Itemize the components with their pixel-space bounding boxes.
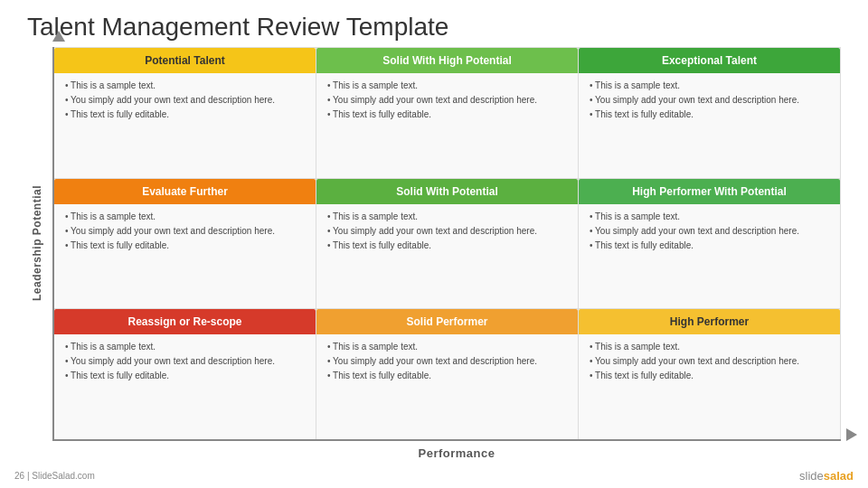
main-content: Leadership Potential Potential Talent Th… bbox=[0, 47, 868, 463]
list-item: This is a sample text. bbox=[327, 79, 571, 92]
list-item: This text is fully editable. bbox=[327, 239, 571, 252]
list-item: You simply add your own text and descrip… bbox=[327, 224, 571, 238]
y-axis-container: Leadership Potential bbox=[27, 47, 47, 439]
cell-solid-performer: Solid Performer This is a sample text. Y… bbox=[316, 308, 579, 439]
x-axis-label: Performance bbox=[419, 446, 495, 460]
list-item: This text is fully editable. bbox=[590, 369, 833, 382]
cell-header-solid-high-potential: Solid With High Potential bbox=[316, 48, 578, 73]
list-item: This text is fully editable. bbox=[65, 108, 308, 121]
list-item: You simply add your own text and descrip… bbox=[590, 224, 833, 238]
cell-header-high-performer: High Performer bbox=[579, 309, 840, 334]
list-item: This is a sample text. bbox=[65, 340, 308, 353]
grid-and-axis: Potential Talent This is a sample text. … bbox=[52, 47, 841, 463]
footer: 26 | SlideSalad.com slidesalad bbox=[0, 469, 868, 483]
list-item: You simply add your own text and descrip… bbox=[327, 354, 571, 368]
cell-header-solid-performer: Solid Performer bbox=[316, 309, 578, 334]
cell-header-exceptional-talent: Exceptional Talent bbox=[579, 48, 840, 73]
footer-brand-accent: salad bbox=[824, 469, 854, 483]
cell-body-solid-performer: This is a sample text. You simply add yo… bbox=[316, 334, 578, 439]
page-title: Talent Management Review Template bbox=[0, 0, 868, 47]
cell-body-evaluate-further: This is a sample text. You simply add yo… bbox=[54, 204, 316, 309]
cell-header-potential-talent: Potential Talent bbox=[54, 48, 316, 73]
footer-page-number: 26 | SlideSalad.com bbox=[14, 471, 95, 481]
y-axis-arrow bbox=[52, 31, 65, 42]
list-item: This is a sample text. bbox=[327, 340, 571, 353]
list-item: This is a sample text. bbox=[590, 210, 833, 223]
cell-body-high-performer: This is a sample text. You simply add yo… bbox=[579, 334, 840, 439]
cell-solid-with-potential: Solid With Potential This is a sample te… bbox=[316, 178, 579, 309]
cell-high-performer: High Performer This is a sample text. Yo… bbox=[579, 308, 841, 439]
list-item: You simply add your own text and descrip… bbox=[65, 354, 308, 368]
list-item: This is a sample text. bbox=[327, 210, 571, 223]
list-item: This is a sample text. bbox=[65, 79, 308, 92]
list-item: This is a sample text. bbox=[590, 340, 833, 353]
cell-evaluate-further: Evaluate Further This is a sample text. … bbox=[54, 178, 316, 309]
list-item: This is a sample text. bbox=[65, 210, 308, 223]
cell-reassign-rescope: Reassign or Re-scope This is a sample te… bbox=[54, 308, 316, 439]
list-item: You simply add your own text and descrip… bbox=[327, 93, 571, 107]
list-item: You simply add your own text and descrip… bbox=[590, 93, 833, 107]
list-item: This text is fully editable. bbox=[590, 239, 833, 252]
cell-body-high-performer-potential: This is a sample text. You simply add yo… bbox=[579, 204, 840, 309]
x-axis-arrow bbox=[846, 428, 857, 441]
cell-high-performer-with-potential: High Performer With Potential This is a … bbox=[579, 178, 841, 309]
footer-brand: slidesalad bbox=[799, 469, 854, 483]
cell-body-solid-potential: This is a sample text. You simply add yo… bbox=[316, 204, 578, 309]
list-item: You simply add your own text and descrip… bbox=[65, 224, 308, 238]
list-item: You simply add your own text and descrip… bbox=[590, 354, 833, 368]
cell-header-evaluate-further: Evaluate Further bbox=[54, 179, 316, 204]
list-item: This is a sample text. bbox=[590, 79, 833, 92]
x-axis-container: Performance bbox=[52, 441, 841, 463]
list-item: This text is fully editable. bbox=[65, 369, 308, 382]
y-axis-label: Leadership Potential bbox=[31, 185, 43, 301]
cell-header-high-performer-potential: High Performer With Potential bbox=[579, 179, 840, 204]
cell-header-solid-potential: Solid With Potential bbox=[316, 179, 578, 204]
cell-header-reassign: Reassign or Re-scope bbox=[54, 309, 316, 334]
cell-potential-talent: Potential Talent This is a sample text. … bbox=[54, 47, 316, 178]
grid-container: Potential Talent This is a sample text. … bbox=[52, 47, 841, 441]
cell-body-potential-talent: This is a sample text. You simply add yo… bbox=[54, 73, 316, 178]
cell-exceptional-talent: Exceptional Talent This is a sample text… bbox=[579, 47, 841, 178]
list-item: This text is fully editable. bbox=[65, 239, 308, 252]
cell-solid-with-high-potential: Solid With High Potential This is a samp… bbox=[316, 47, 579, 178]
list-item: This text is fully editable. bbox=[327, 108, 571, 121]
list-item: You simply add your own text and descrip… bbox=[65, 93, 308, 107]
list-item: This text is fully editable. bbox=[327, 369, 571, 382]
cell-body-reassign: This is a sample text. You simply add yo… bbox=[54, 334, 316, 439]
cell-body-solid-high-potential: This is a sample text. You simply add yo… bbox=[316, 73, 578, 178]
list-item: This text is fully editable. bbox=[590, 108, 833, 121]
cell-body-exceptional-talent: This is a sample text. You simply add yo… bbox=[579, 73, 840, 178]
